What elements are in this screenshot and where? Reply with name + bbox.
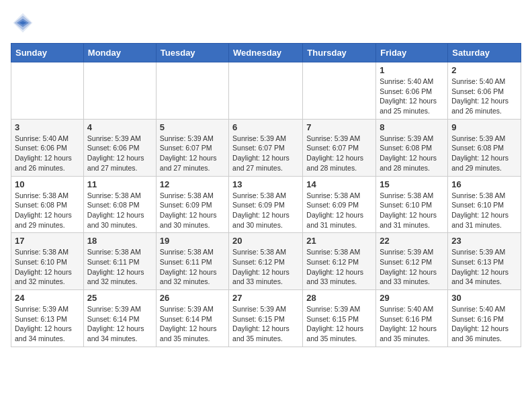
day-header-monday: Monday bbox=[83, 44, 156, 62]
day-cell: 24Sunrise: 5:39 AM Sunset: 6:13 PM Dayli… bbox=[11, 290, 84, 347]
day-number: 8 bbox=[380, 122, 444, 132]
day-info: Sunrise: 5:39 AM Sunset: 6:12 PM Dayligh… bbox=[380, 247, 444, 287]
day-number: 7 bbox=[306, 122, 372, 132]
day-info: Sunrise: 5:38 AM Sunset: 6:12 PM Dayligh… bbox=[306, 247, 372, 287]
day-header-friday: Friday bbox=[376, 44, 448, 62]
day-number: 27 bbox=[232, 293, 299, 303]
day-info: Sunrise: 5:38 AM Sunset: 6:09 PM Dayligh… bbox=[232, 191, 299, 230]
day-number: 5 bbox=[160, 122, 225, 132]
day-info: Sunrise: 5:39 AM Sunset: 6:07 PM Dayligh… bbox=[232, 134, 299, 173]
day-info: Sunrise: 5:39 AM Sunset: 6:07 PM Dayligh… bbox=[306, 134, 372, 173]
day-cell: 28Sunrise: 5:39 AM Sunset: 6:15 PM Dayli… bbox=[303, 290, 376, 347]
day-number: 17 bbox=[15, 236, 80, 246]
day-info: Sunrise: 5:38 AM Sunset: 6:08 PM Dayligh… bbox=[15, 191, 80, 230]
day-number: 3 bbox=[15, 122, 80, 132]
day-of-week-header-row: SundayMondayTuesdayWednesdayThursdayFrid… bbox=[11, 44, 521, 62]
day-cell: 5Sunrise: 5:39 AM Sunset: 6:07 PM Daylig… bbox=[156, 119, 228, 176]
day-number: 12 bbox=[160, 179, 225, 189]
day-cell: 1Sunrise: 5:40 AM Sunset: 6:06 PM Daylig… bbox=[376, 62, 448, 120]
day-info: Sunrise: 5:40 AM Sunset: 6:16 PM Dayligh… bbox=[380, 304, 444, 344]
week-row-1: 1Sunrise: 5:40 AM Sunset: 6:06 PM Daylig… bbox=[11, 62, 521, 120]
day-number: 28 bbox=[306, 293, 372, 303]
day-number: 9 bbox=[451, 122, 517, 132]
day-number: 20 bbox=[232, 236, 299, 246]
day-number: 30 bbox=[451, 293, 517, 303]
day-info: Sunrise: 5:39 AM Sunset: 6:07 PM Dayligh… bbox=[160, 134, 225, 173]
day-cell: 14Sunrise: 5:38 AM Sunset: 6:09 PM Dayli… bbox=[303, 176, 376, 233]
day-number: 25 bbox=[87, 293, 152, 303]
day-cell: 26Sunrise: 5:39 AM Sunset: 6:14 PM Dayli… bbox=[156, 290, 228, 347]
week-row-2: 3Sunrise: 5:40 AM Sunset: 6:06 PM Daylig… bbox=[11, 119, 521, 176]
day-info: Sunrise: 5:39 AM Sunset: 6:15 PM Dayligh… bbox=[232, 304, 299, 344]
day-cell: 11Sunrise: 5:38 AM Sunset: 6:08 PM Dayli… bbox=[83, 176, 156, 233]
day-header-sunday: Sunday bbox=[11, 44, 84, 62]
week-row-3: 10Sunrise: 5:38 AM Sunset: 6:08 PM Dayli… bbox=[11, 176, 521, 233]
day-header-tuesday: Tuesday bbox=[156, 44, 228, 62]
day-cell: 10Sunrise: 5:38 AM Sunset: 6:08 PM Dayli… bbox=[11, 176, 84, 233]
day-cell: 7Sunrise: 5:39 AM Sunset: 6:07 PM Daylig… bbox=[303, 119, 376, 176]
day-header-saturday: Saturday bbox=[448, 44, 521, 62]
page-header bbox=[11, 11, 521, 35]
day-cell: 19Sunrise: 5:38 AM Sunset: 6:11 PM Dayli… bbox=[156, 233, 228, 290]
day-info: Sunrise: 5:39 AM Sunset: 6:13 PM Dayligh… bbox=[451, 247, 517, 287]
day-number: 1 bbox=[380, 65, 444, 75]
day-info: Sunrise: 5:40 AM Sunset: 6:06 PM Dayligh… bbox=[15, 134, 80, 173]
calendar-body: 1Sunrise: 5:40 AM Sunset: 6:06 PM Daylig… bbox=[11, 62, 521, 347]
day-cell: 29Sunrise: 5:40 AM Sunset: 6:16 PM Dayli… bbox=[376, 290, 448, 347]
day-info: Sunrise: 5:39 AM Sunset: 6:15 PM Dayligh… bbox=[306, 304, 372, 344]
day-info: Sunrise: 5:38 AM Sunset: 6:09 PM Dayligh… bbox=[160, 191, 225, 230]
day-info: Sunrise: 5:39 AM Sunset: 6:14 PM Dayligh… bbox=[160, 304, 225, 344]
day-cell: 21Sunrise: 5:38 AM Sunset: 6:12 PM Dayli… bbox=[303, 233, 376, 290]
calendar-table: SundayMondayTuesdayWednesdayThursdayFrid… bbox=[11, 43, 521, 347]
day-cell: 30Sunrise: 5:40 AM Sunset: 6:16 PM Dayli… bbox=[448, 290, 521, 347]
day-cell: 3Sunrise: 5:40 AM Sunset: 6:06 PM Daylig… bbox=[11, 119, 84, 176]
day-info: Sunrise: 5:38 AM Sunset: 6:12 PM Dayligh… bbox=[232, 247, 299, 287]
week-row-4: 17Sunrise: 5:38 AM Sunset: 6:10 PM Dayli… bbox=[11, 233, 521, 290]
day-cell bbox=[83, 62, 156, 120]
day-cell: 13Sunrise: 5:38 AM Sunset: 6:09 PM Dayli… bbox=[229, 176, 303, 233]
day-number: 16 bbox=[451, 179, 517, 189]
day-header-thursday: Thursday bbox=[303, 44, 376, 62]
day-number: 22 bbox=[380, 236, 444, 246]
day-info: Sunrise: 5:39 AM Sunset: 6:14 PM Dayligh… bbox=[87, 304, 152, 344]
day-info: Sunrise: 5:38 AM Sunset: 6:10 PM Dayligh… bbox=[451, 191, 517, 230]
day-number: 10 bbox=[15, 179, 80, 189]
day-cell: 4Sunrise: 5:39 AM Sunset: 6:06 PM Daylig… bbox=[83, 119, 156, 176]
day-cell: 22Sunrise: 5:39 AM Sunset: 6:12 PM Dayli… bbox=[376, 233, 448, 290]
day-number: 13 bbox=[232, 179, 299, 189]
day-cell: 18Sunrise: 5:38 AM Sunset: 6:11 PM Dayli… bbox=[83, 233, 156, 290]
day-info: Sunrise: 5:40 AM Sunset: 6:06 PM Dayligh… bbox=[380, 77, 444, 116]
day-cell: 25Sunrise: 5:39 AM Sunset: 6:14 PM Dayli… bbox=[83, 290, 156, 347]
logo bbox=[11, 11, 38, 35]
day-cell: 16Sunrise: 5:38 AM Sunset: 6:10 PM Dayli… bbox=[448, 176, 521, 233]
day-cell: 15Sunrise: 5:38 AM Sunset: 6:10 PM Dayli… bbox=[376, 176, 448, 233]
day-number: 6 bbox=[232, 122, 299, 132]
day-cell: 17Sunrise: 5:38 AM Sunset: 6:10 PM Dayli… bbox=[11, 233, 84, 290]
day-info: Sunrise: 5:38 AM Sunset: 6:11 PM Dayligh… bbox=[87, 247, 152, 287]
day-info: Sunrise: 5:40 AM Sunset: 6:06 PM Dayligh… bbox=[451, 77, 517, 116]
day-cell: 6Sunrise: 5:39 AM Sunset: 6:07 PM Daylig… bbox=[229, 119, 303, 176]
day-cell bbox=[156, 62, 228, 120]
day-number: 15 bbox=[380, 179, 444, 189]
day-info: Sunrise: 5:39 AM Sunset: 6:06 PM Dayligh… bbox=[87, 134, 152, 173]
day-cell bbox=[11, 62, 84, 120]
day-info: Sunrise: 5:38 AM Sunset: 6:10 PM Dayligh… bbox=[15, 247, 80, 287]
day-cell: 23Sunrise: 5:39 AM Sunset: 6:13 PM Dayli… bbox=[448, 233, 521, 290]
day-number: 23 bbox=[451, 236, 517, 246]
day-info: Sunrise: 5:39 AM Sunset: 6:08 PM Dayligh… bbox=[451, 134, 517, 173]
day-cell: 27Sunrise: 5:39 AM Sunset: 6:15 PM Dayli… bbox=[229, 290, 303, 347]
day-info: Sunrise: 5:38 AM Sunset: 6:09 PM Dayligh… bbox=[306, 191, 372, 230]
day-cell: 2Sunrise: 5:40 AM Sunset: 6:06 PM Daylig… bbox=[448, 62, 521, 120]
day-cell: 8Sunrise: 5:39 AM Sunset: 6:08 PM Daylig… bbox=[376, 119, 448, 176]
day-info: Sunrise: 5:39 AM Sunset: 6:13 PM Dayligh… bbox=[15, 304, 80, 344]
day-number: 24 bbox=[15, 293, 80, 303]
day-cell: 9Sunrise: 5:39 AM Sunset: 6:08 PM Daylig… bbox=[448, 119, 521, 176]
day-cell: 12Sunrise: 5:38 AM Sunset: 6:09 PM Dayli… bbox=[156, 176, 228, 233]
day-info: Sunrise: 5:38 AM Sunset: 6:10 PM Dayligh… bbox=[380, 191, 444, 230]
day-info: Sunrise: 5:38 AM Sunset: 6:08 PM Dayligh… bbox=[87, 191, 152, 230]
day-number: 21 bbox=[306, 236, 372, 246]
day-number: 18 bbox=[87, 236, 152, 246]
day-info: Sunrise: 5:39 AM Sunset: 6:08 PM Dayligh… bbox=[380, 134, 444, 173]
day-info: Sunrise: 5:40 AM Sunset: 6:16 PM Dayligh… bbox=[451, 304, 517, 344]
day-number: 2 bbox=[451, 65, 517, 75]
